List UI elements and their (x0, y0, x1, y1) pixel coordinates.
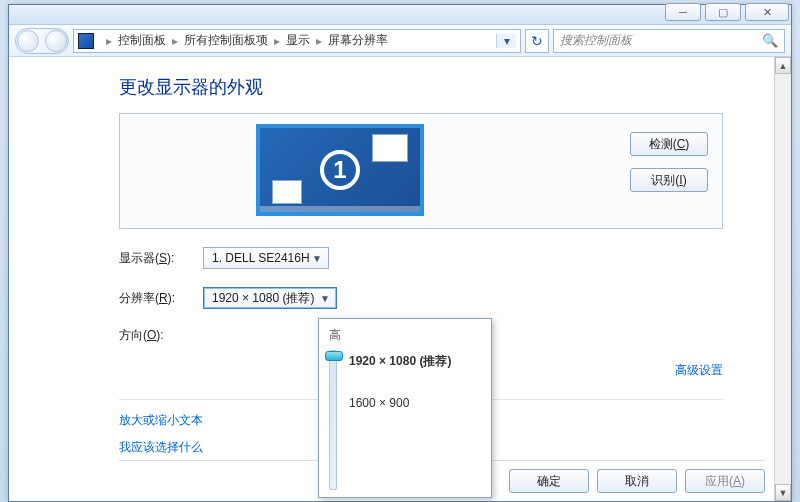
monitor-preview[interactable]: 1 (256, 124, 424, 216)
resolution-slider[interactable] (329, 350, 337, 490)
search-placeholder: 搜索控制面板 (560, 32, 632, 49)
refresh-button[interactable]: ↻ (525, 29, 549, 53)
slider-thumb[interactable] (325, 351, 343, 361)
display-combo[interactable]: 1. DELL SE2416H ▼ (203, 247, 329, 269)
address-bar: ▸ 控制面板 ▸ 所有控制面板项 ▸ 显示 ▸ 屏幕分辨率 ▾ ↻ 搜索控制面板… (9, 25, 791, 57)
monitor-number: 1 (320, 150, 360, 190)
display-label: 显示器(S): (119, 250, 203, 267)
ok-button[interactable]: 确定 (509, 469, 589, 493)
identify-button[interactable]: 识别(I) (630, 168, 708, 192)
monitor-preview-box: 1 检测(C) 识别(I) (119, 113, 723, 229)
breadcrumb-item[interactable]: 显示 (286, 32, 310, 49)
chevron-down-icon: ▼ (312, 253, 322, 264)
slider-high-label: 高 (329, 328, 341, 342)
chevron-down-icon: ▼ (320, 293, 330, 304)
vertical-scrollbar[interactable]: ▲ ▼ (774, 57, 791, 501)
orientation-label: 方向(O): (119, 327, 203, 344)
search-icon[interactable]: 🔍 (762, 33, 778, 48)
cancel-button[interactable]: 取消 (597, 469, 677, 493)
maximize-button[interactable]: ▢ (705, 3, 741, 21)
nav-back-forward[interactable] (15, 28, 69, 54)
page-title: 更改显示器的外观 (119, 75, 761, 99)
resolution-label: 分辨率(R): (119, 290, 203, 307)
titlebar: ─ ▢ ✕ (9, 5, 791, 25)
apply-button[interactable]: 应用(A) (685, 469, 765, 493)
resolution-popup: 高 1920 × 1080 (推荐) 1600 × 900 (318, 318, 492, 498)
resolution-combo[interactable]: 1920 × 1080 (推荐) ▼ (203, 287, 337, 309)
search-input[interactable]: 搜索控制面板 🔍 (553, 29, 785, 53)
minimize-button[interactable]: ─ (665, 3, 701, 21)
resolution-option[interactable]: 1920 × 1080 (推荐) (349, 350, 483, 373)
control-panel-icon (78, 33, 94, 49)
breadcrumb-item[interactable]: 屏幕分辨率 (328, 32, 388, 49)
breadcrumb[interactable]: ▸ 控制面板 ▸ 所有控制面板项 ▸ 显示 ▸ 屏幕分辨率 ▾ (73, 29, 521, 53)
close-button[interactable]: ✕ (745, 3, 789, 21)
resolution-option[interactable]: 1600 × 900 (349, 393, 483, 413)
scroll-down-icon[interactable]: ▼ (775, 484, 791, 501)
detect-button[interactable]: 检测(C) (630, 132, 708, 156)
breadcrumb-item[interactable]: 控制面板 (118, 32, 166, 49)
breadcrumb-item[interactable]: 所有控制面板项 (184, 32, 268, 49)
scroll-up-icon[interactable]: ▲ (775, 57, 791, 74)
